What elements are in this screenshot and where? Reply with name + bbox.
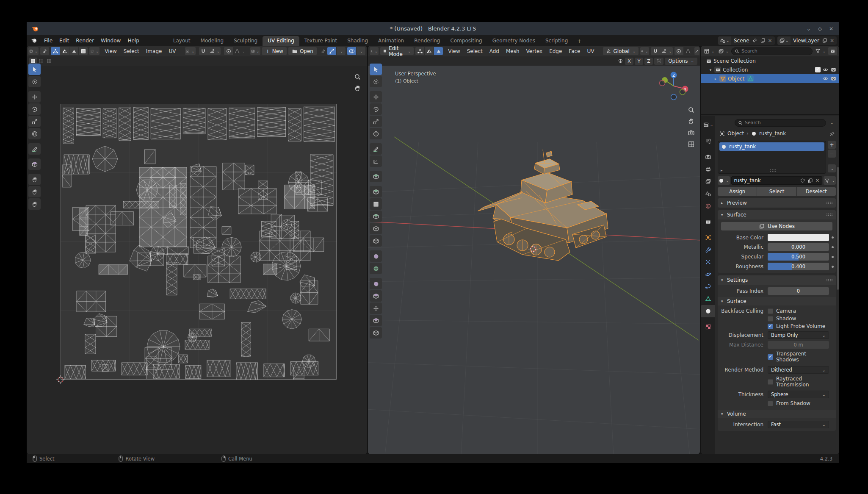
- uv-sync-selection-toggle[interactable]: [40, 47, 49, 55]
- assign-button[interactable]: Assign: [718, 187, 757, 196]
- thickness-dropdown[interactable]: Sphere: [768, 391, 829, 398]
- options-dropdown[interactable]: Options⌄: [665, 58, 697, 65]
- material-specials-dropdown[interactable]: ⌄: [828, 164, 836, 172]
- add-material-slot-button[interactable]: +: [828, 141, 836, 149]
- material-name-field[interactable]: rusty_tank ✕: [731, 176, 823, 185]
- new-collection-button[interactable]: [828, 47, 837, 55]
- uv-select-face-button[interactable]: [69, 47, 78, 55]
- blender-menu-icon[interactable]: [31, 37, 37, 44]
- tab-scripting[interactable]: Scripting: [540, 36, 573, 46]
- breadcrumb-object[interactable]: Object: [727, 130, 744, 136]
- v3d-menu-add[interactable]: Add: [486, 47, 503, 56]
- uv-menu-image[interactable]: Image: [143, 47, 166, 56]
- tab-tool[interactable]: [701, 135, 715, 147]
- tool-annotate[interactable]: [370, 143, 382, 155]
- unlink-scene-icon[interactable]: ✕: [768, 38, 772, 44]
- uv-gizmo-dropdown[interactable]: ⌄: [337, 47, 346, 55]
- transparent-shadows-checkbox[interactable]: [768, 354, 773, 360]
- window-minimize-button[interactable]: ⌄: [807, 26, 811, 32]
- remove-viewlayer-icon[interactable]: ✕: [830, 38, 834, 44]
- outliner-search[interactable]: [731, 47, 813, 55]
- base-color-swatch[interactable]: [768, 234, 829, 241]
- snap-target-dropdown[interactable]: ⌄: [660, 47, 673, 55]
- tool-add-cube[interactable]: [370, 171, 382, 182]
- subpanel-surface-header[interactable]: Surface: [718, 297, 836, 305]
- snap-toggle[interactable]: [651, 47, 660, 55]
- pivot-point-dropdown[interactable]: ⌄: [640, 47, 649, 55]
- menu-file[interactable]: File: [41, 36, 56, 45]
- hide-eye-icon[interactable]: [822, 67, 829, 73]
- tab-render[interactable]: [701, 151, 715, 163]
- uv-select-vertex-button[interactable]: [51, 47, 60, 55]
- decorator-dot[interactable]: [832, 246, 834, 248]
- tab-physics[interactable]: [701, 268, 715, 280]
- show-gizmo-toggle-clipped[interactable]: [694, 47, 699, 55]
- panel-drag-grip[interactable]: [826, 201, 832, 205]
- duplicate-scene-icon[interactable]: [760, 38, 766, 43]
- mirror-x-toggle[interactable]: X: [625, 58, 633, 65]
- tab-texture[interactable]: [701, 321, 715, 333]
- window-close-button[interactable]: ✕: [829, 26, 833, 32]
- uv-tool-transform[interactable]: [28, 128, 41, 139]
- tab-shading[interactable]: Shading: [342, 36, 373, 46]
- tab-animation[interactable]: Animation: [373, 36, 409, 46]
- select-mode-vertex-button[interactable]: [415, 47, 424, 55]
- tool-loop-cut[interactable]: [370, 223, 382, 234]
- slot-list-expand-icon[interactable]: ▸: [721, 168, 723, 172]
- disable-render-icon[interactable]: [830, 75, 837, 82]
- uv-snap-toggle[interactable]: [199, 47, 208, 55]
- uv-proportional-editing-toggle[interactable]: [224, 47, 233, 55]
- tool-bevel[interactable]: [370, 211, 382, 222]
- pin-icon[interactable]: [829, 131, 835, 136]
- outliner-row-object[interactable]: ▸ Object: [701, 74, 839, 83]
- v3d-menu-select[interactable]: Select: [464, 47, 486, 56]
- tab-view-layer[interactable]: [701, 175, 715, 188]
- tab-rendering[interactable]: Rendering: [409, 36, 445, 46]
- navigation-gizmo[interactable]: Z X: [658, 70, 690, 102]
- panel-drag-grip[interactable]: [826, 278, 832, 282]
- tab-collection[interactable]: [701, 216, 715, 228]
- uv-menu-view[interactable]: View: [101, 47, 120, 56]
- tab-modifiers[interactable]: [701, 244, 715, 256]
- uv-tool-select-box[interactable]: [28, 64, 41, 75]
- remove-material-slot-button[interactable]: −: [828, 150, 836, 158]
- tab-compositing[interactable]: Compositing: [445, 36, 487, 46]
- uv-tool-mode-subtract-button[interactable]: [45, 58, 53, 64]
- proportional-falloff-dropdown[interactable]: [684, 47, 693, 55]
- deselect-button[interactable]: Deselect: [797, 187, 836, 196]
- tab-particles[interactable]: [701, 256, 715, 268]
- tab-constraints[interactable]: [701, 280, 715, 293]
- v3d-menu-vertex[interactable]: Vertex: [523, 47, 546, 56]
- v3d-menu-view[interactable]: View: [445, 47, 463, 56]
- tool-transform[interactable]: [370, 128, 382, 139]
- tank-mesh[interactable]: [472, 141, 620, 266]
- uv-select-island-button[interactable]: [79, 47, 88, 55]
- tool-rotate[interactable]: [370, 103, 382, 115]
- material-slot-list[interactable]: rusty_tank ▸: [718, 141, 826, 174]
- use-nodes-button[interactable]: Use Nodes: [721, 222, 832, 230]
- breadcrumb-material[interactable]: rusty_tank: [759, 130, 786, 136]
- tool-rip-region[interactable]: [370, 327, 382, 339]
- hide-eye-icon[interactable]: [822, 75, 829, 82]
- uv-tool-relax[interactable]: [28, 186, 41, 197]
- viewport-pan-icon[interactable]: [688, 118, 695, 125]
- metallic-slider[interactable]: 0.000: [768, 243, 829, 251]
- v3d-menu-mesh[interactable]: Mesh: [503, 47, 523, 56]
- viewport-editor-type-dropdown[interactable]: ⌄: [370, 47, 379, 55]
- outliner-row-collection[interactable]: ▾ Collection: [701, 65, 839, 74]
- tab-output[interactable]: [701, 163, 715, 175]
- uv-snap-target-dropdown[interactable]: ⌄: [208, 47, 221, 55]
- uv-new-image-button[interactable]: +New: [262, 47, 287, 55]
- uv-tool-move[interactable]: [28, 91, 41, 103]
- properties-search-input[interactable]: [745, 120, 823, 125]
- tab-layout[interactable]: Layout: [168, 36, 196, 46]
- uv-sticky-mode-dropdown[interactable]: ⌄: [89, 47, 100, 55]
- tool-move[interactable]: [370, 91, 382, 103]
- select-button[interactable]: Select: [757, 187, 796, 196]
- transform-orientation-dropdown[interactable]: Global ⌄: [603, 47, 639, 55]
- menu-window[interactable]: Window: [97, 36, 124, 45]
- intersection-dropdown[interactable]: Fast: [768, 421, 829, 428]
- backface-camera-checkbox[interactable]: [768, 308, 773, 314]
- panel-preview-header[interactable]: Preview: [718, 198, 836, 208]
- tab-uv-editing[interactable]: UV Editing: [263, 36, 299, 46]
